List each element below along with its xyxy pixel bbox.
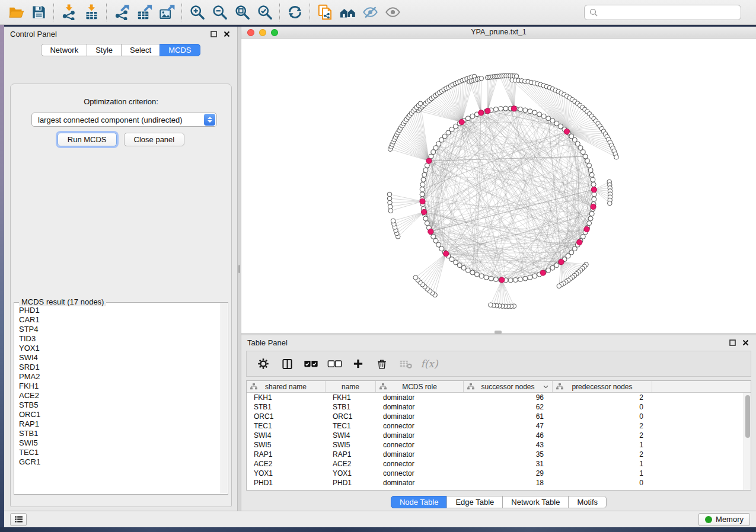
- network-node[interactable]: [493, 107, 498, 112]
- column-settings-button[interactable]: [254, 354, 273, 373]
- cell-name[interactable]: SWI4: [326, 431, 376, 440]
- network-hub-node[interactable]: [420, 198, 425, 204]
- network-edge[interactable]: [502, 280, 508, 306]
- network-edge[interactable]: [390, 198, 422, 201]
- network-node[interactable]: [523, 276, 528, 281]
- network-node[interactable]: [388, 209, 393, 213]
- network-window-titlebar[interactable]: YPA_prune.txt_1: [241, 27, 756, 39]
- cell-predecessor-nodes[interactable]: 0: [553, 478, 652, 488]
- network-hub-node[interactable]: [485, 108, 490, 114]
- network-node[interactable]: [532, 274, 537, 278]
- column-browser-button[interactable]: [277, 354, 296, 373]
- network-node[interactable]: [499, 107, 503, 111]
- network-node[interactable]: [537, 112, 542, 117]
- network-node[interactable]: [489, 276, 493, 281]
- column-header-predecessor-nodes[interactable]: predecessor nodes: [553, 381, 652, 392]
- table-row[interactable]: TEC1TEC1connector472: [247, 421, 744, 431]
- network-node[interactable]: [580, 150, 585, 155]
- network-node[interactable]: [423, 216, 428, 221]
- network-node[interactable]: [479, 274, 484, 278]
- network-node[interactable]: [470, 114, 475, 118]
- cell-shared-name[interactable]: PHD1: [247, 478, 326, 488]
- cell-name[interactable]: TEC1: [326, 421, 376, 431]
- network-node[interactable]: [513, 278, 518, 283]
- network-edge[interactable]: [439, 242, 580, 245]
- show-all-button[interactable]: [381, 2, 404, 23]
- network-hub-node[interactable]: [444, 251, 449, 257]
- refresh-view-button[interactable]: [283, 2, 306, 23]
- cell-shared-name[interactable]: YOX1: [247, 469, 326, 478]
- save-session-button[interactable]: [27, 2, 50, 23]
- deselect-all-button[interactable]: [325, 354, 344, 373]
- network-node[interactable]: [588, 216, 593, 221]
- cell-predecessor-nodes[interactable]: 2: [553, 393, 652, 402]
- tab-network-table[interactable]: Network Table: [502, 496, 569, 508]
- network-node[interactable]: [591, 182, 596, 187]
- optimization-criterion-select[interactable]: largest connected component (undirected): [31, 113, 217, 127]
- network-node[interactable]: [493, 277, 498, 282]
- run-mcds-button[interactable]: Run MCDS: [58, 133, 117, 146]
- network-hub-node[interactable]: [584, 226, 589, 232]
- import-network-button[interactable]: [58, 2, 80, 23]
- mcds-result-item[interactable]: ACE2: [15, 391, 221, 400]
- network-node[interactable]: [388, 200, 393, 205]
- cell-mcds-role[interactable]: dominator: [376, 450, 464, 459]
- mcds-result-item[interactable]: ORC1: [15, 410, 221, 419]
- mcds-result-item[interactable]: CAR1: [15, 315, 221, 325]
- duplicate-network-button[interactable]: [314, 2, 336, 23]
- zoom-fit-button[interactable]: [231, 2, 253, 23]
- delete-column-button[interactable]: [372, 354, 391, 373]
- mcds-result-item[interactable]: SWI5: [15, 438, 221, 448]
- network-node[interactable]: [514, 74, 519, 79]
- tab-style[interactable]: Style: [87, 44, 122, 56]
- network-node[interactable]: [557, 284, 562, 289]
- cell-successor-nodes[interactable]: 43: [464, 440, 553, 450]
- network-node[interactable]: [433, 238, 438, 243]
- mcds-result-item[interactable]: TEC1: [15, 448, 221, 457]
- cell-mcds-role[interactable]: dominator: [376, 412, 464, 421]
- tab-network[interactable]: Network: [41, 44, 87, 56]
- network-node[interactable]: [532, 110, 537, 115]
- network-edge[interactable]: [496, 280, 502, 306]
- close-panel-icon[interactable]: [741, 338, 750, 347]
- network-node[interactable]: [518, 107, 523, 112]
- cell-mcds-role[interactable]: dominator: [376, 431, 464, 440]
- mcds-result-item[interactable]: FKH1: [15, 382, 221, 391]
- network-hub-node[interactable]: [422, 209, 427, 214]
- tab-edge-table[interactable]: Edge Table: [446, 496, 503, 508]
- network-edge[interactable]: [462, 78, 470, 122]
- table-row[interactable]: YOX1YOX1connector291: [247, 469, 744, 478]
- network-edge[interactable]: [391, 201, 423, 211]
- cell-successor-nodes[interactable]: 61: [464, 412, 553, 421]
- cell-mcds-role[interactable]: dominator: [376, 393, 464, 402]
- tab-motifs[interactable]: Motifs: [568, 496, 607, 508]
- show-panels-button[interactable]: [10, 513, 27, 526]
- export-image-button[interactable]: [155, 2, 178, 23]
- cell-successor-nodes[interactable]: 46: [464, 431, 553, 440]
- mcds-result-item[interactable]: STB1: [15, 429, 221, 438]
- network-node[interactable]: [421, 177, 426, 182]
- close-panel-icon[interactable]: [222, 29, 231, 39]
- cell-name[interactable]: ACE2: [326, 459, 376, 469]
- network-node[interactable]: [589, 211, 594, 216]
- network-hub-node[interactable]: [577, 240, 582, 245]
- cell-successor-nodes[interactable]: 35: [464, 450, 553, 459]
- splitter-handle[interactable]: [495, 331, 502, 334]
- open-file-button[interactable]: [5, 2, 27, 23]
- network-hub-node[interactable]: [428, 229, 433, 234]
- network-node[interactable]: [528, 109, 532, 114]
- network-node[interactable]: [420, 182, 425, 187]
- network-node[interactable]: [423, 168, 428, 172]
- cell-shared-name[interactable]: TEC1: [247, 421, 326, 431]
- network-node[interactable]: [489, 303, 493, 307]
- table-row[interactable]: ORC1ORC1dominator610: [247, 412, 744, 421]
- cell-shared-name[interactable]: RAP1: [247, 450, 326, 459]
- network-node[interactable]: [608, 201, 613, 206]
- cell-name[interactable]: STB1: [326, 402, 376, 412]
- mcds-result-item[interactable]: RAP1: [15, 419, 221, 429]
- network-node[interactable]: [503, 106, 508, 111]
- cell-mcds-role[interactable]: connector: [376, 440, 464, 450]
- network-node[interactable]: [587, 221, 592, 226]
- network-node[interactable]: [465, 268, 470, 273]
- tab-mcds[interactable]: MCDS: [160, 44, 200, 56]
